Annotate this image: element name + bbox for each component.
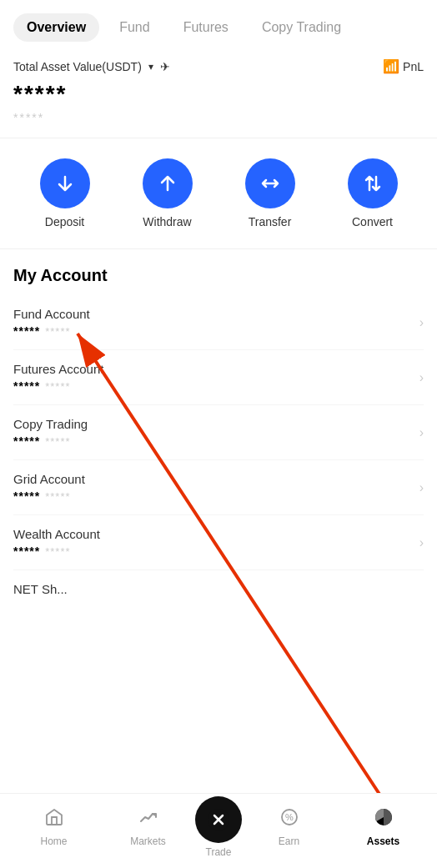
asset-section: Total Asset Value(USDT) ▾ ✈ 📶 PnL ***** … bbox=[0, 52, 437, 138]
markets-icon bbox=[138, 807, 158, 832]
my-account-title: My Account bbox=[13, 266, 424, 285]
trade-button[interactable] bbox=[195, 796, 242, 843]
chevron-right-icon: › bbox=[419, 535, 424, 550]
tab-overview[interactable]: Overview bbox=[13, 13, 99, 42]
my-account-section: My Account Fund Account ********** › Fut… bbox=[0, 249, 437, 603]
chevron-right-icon: › bbox=[419, 425, 424, 440]
withdraw-label: Withdraw bbox=[143, 215, 191, 228]
deposit-action[interactable]: Deposit bbox=[40, 158, 90, 228]
withdraw-icon bbox=[158, 173, 178, 193]
account-value-grid: ********** bbox=[13, 489, 85, 503]
asset-label-row: Total Asset Value(USDT) ▾ ✈ 📶 PnL bbox=[13, 58, 424, 74]
convert-label: Convert bbox=[352, 215, 393, 228]
pnl-section: 📶 PnL bbox=[383, 58, 424, 74]
convert-icon bbox=[363, 173, 383, 193]
asset-sub-value: ***** bbox=[13, 111, 424, 124]
bottom-navigation: Home Markets Trade % Earn bbox=[0, 793, 437, 868]
account-item-wealth[interactable]: Wealth Account ********** › bbox=[13, 515, 424, 570]
tab-fund[interactable]: Fund bbox=[106, 13, 163, 42]
chevron-right-icon: › bbox=[419, 315, 424, 330]
asset-label-text: Total Asset Value(USDT) bbox=[13, 60, 142, 73]
markets-label: Markets bbox=[130, 835, 166, 847]
nav-item-markets[interactable]: Markets bbox=[101, 807, 195, 847]
eye-slash-icon[interactable]: ✈ bbox=[160, 60, 170, 73]
top-navigation: Overview Fund Futures Copy Trading bbox=[0, 0, 437, 52]
earn-icon: % bbox=[279, 807, 299, 832]
account-name-copy-trading: Copy Trading bbox=[13, 417, 88, 431]
deposit-icon bbox=[55, 173, 75, 193]
svg-text:%: % bbox=[285, 812, 294, 822]
account-name-futures: Futures Account bbox=[13, 362, 103, 376]
home-label: Home bbox=[40, 835, 67, 847]
trade-x-icon bbox=[208, 809, 229, 830]
account-name-grid: Grid Account bbox=[13, 472, 85, 486]
account-item-net[interactable]: NET Sh... bbox=[13, 570, 424, 596]
pnl-label: PnL bbox=[403, 60, 424, 73]
assets-icon bbox=[374, 807, 394, 832]
asset-main-value: ***** bbox=[13, 81, 424, 108]
chevron-down-icon[interactable]: ▾ bbox=[148, 61, 153, 73]
transfer-label: Transfer bbox=[249, 215, 292, 228]
action-buttons-row: Deposit Withdraw Transfer Convert bbox=[0, 138, 437, 249]
withdraw-icon-circle bbox=[143, 158, 193, 208]
account-value-copy-trading: ********** bbox=[13, 434, 88, 448]
earn-label: Earn bbox=[279, 835, 299, 847]
account-item-fund[interactable]: Fund Account ********** › bbox=[13, 295, 424, 350]
account-value-wealth: ********** bbox=[13, 544, 100, 558]
account-value-fund: ********** bbox=[13, 324, 90, 338]
account-name-fund: Fund Account bbox=[13, 307, 90, 321]
deposit-label: Deposit bbox=[45, 215, 84, 228]
account-item-grid[interactable]: Grid Account ********** › bbox=[13, 460, 424, 515]
transfer-action[interactable]: Transfer bbox=[245, 158, 295, 228]
tab-futures[interactable]: Futures bbox=[170, 13, 242, 42]
trade-label: Trade bbox=[206, 846, 232, 858]
home-icon bbox=[44, 807, 64, 832]
tab-copy-trading[interactable]: Copy Trading bbox=[249, 13, 354, 42]
deposit-icon-circle bbox=[40, 158, 90, 208]
convert-icon-circle bbox=[348, 158, 398, 208]
transfer-icon bbox=[260, 173, 280, 193]
convert-action[interactable]: Convert bbox=[348, 158, 398, 228]
account-name-net: NET Sh... bbox=[13, 582, 68, 596]
account-item-copy-trading[interactable]: Copy Trading ********** › bbox=[13, 405, 424, 460]
nav-item-trade[interactable]: Trade bbox=[195, 796, 242, 858]
chevron-right-icon: › bbox=[419, 480, 424, 495]
assets-label: Assets bbox=[367, 835, 399, 847]
account-item-futures[interactable]: Futures Account ********** › bbox=[13, 350, 424, 405]
transfer-icon-circle bbox=[245, 158, 295, 208]
withdraw-action[interactable]: Withdraw bbox=[143, 158, 193, 228]
account-value-futures: ********** bbox=[13, 379, 103, 393]
bar-chart-icon: 📶 bbox=[383, 58, 399, 74]
nav-item-earn[interactable]: % Earn bbox=[242, 807, 336, 847]
nav-item-assets[interactable]: Assets bbox=[336, 807, 430, 847]
account-name-wealth: Wealth Account bbox=[13, 527, 100, 541]
chevron-right-icon: › bbox=[419, 370, 424, 385]
nav-item-home[interactable]: Home bbox=[7, 807, 101, 847]
